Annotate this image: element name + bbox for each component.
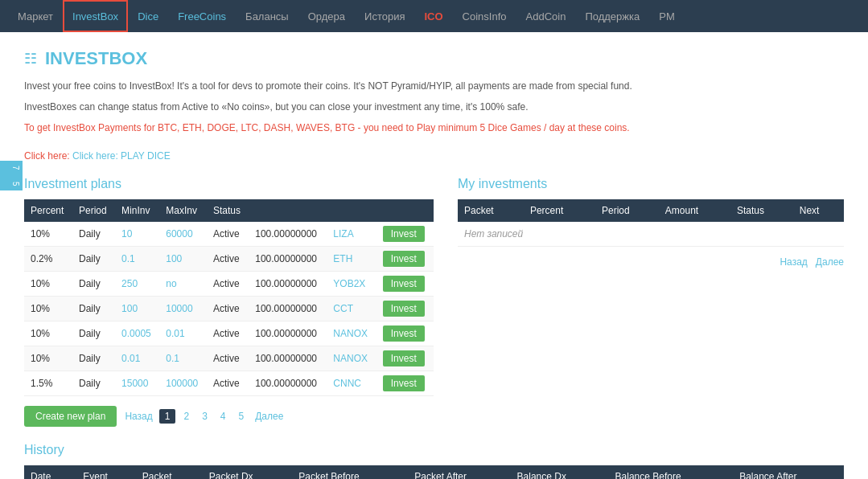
nav-pm[interactable]: PM (649, 0, 685, 32)
col-percent: Percent (24, 199, 72, 222)
col-maxinv: MaxInv (159, 199, 207, 222)
mi-col-packet: Packet (458, 199, 524, 222)
hist-col-balance-after: Balance After (733, 465, 844, 479)
page-title: INVESTBOX (45, 48, 147, 69)
plans-next[interactable]: Далее (252, 409, 286, 424)
my-investments-no-records-row: Нет записей (458, 222, 844, 247)
nav-coinsinfo[interactable]: CoinsInfo (453, 0, 516, 32)
cell-maxinv: no (159, 272, 207, 297)
cell-mininv: 0.01 (115, 346, 159, 371)
my-investments-next[interactable]: Далее (816, 256, 844, 268)
cell-coin: LIZA (327, 222, 376, 247)
nav-ordera[interactable]: Ордера (298, 0, 355, 32)
cell-invest-btn: Invest (376, 247, 434, 272)
mi-col-percent: Percent (524, 199, 595, 222)
plans-page-3[interactable]: 3 (197, 409, 212, 424)
history-header: Date Event Packet Packet Dx Packet Befor… (24, 465, 844, 479)
cell-maxinv: 100 (159, 247, 207, 272)
invest-button[interactable]: Invest (383, 226, 425, 242)
sidebar-btn-1[interactable]: 7 (0, 161, 23, 175)
col-status: Status (207, 199, 249, 222)
investment-plans-header: Percent Period MinInv MaxInv Status (24, 199, 434, 222)
plans-page-2[interactable]: 2 (179, 409, 194, 424)
cell-percent: 10% (24, 321, 72, 346)
main-content: ☷ INVESTBOX Invest your free coins to In… (0, 32, 868, 479)
warning-text: To get InvestBox Payments for BTC, ETH, … (24, 121, 844, 136)
invest-button[interactable]: Invest (383, 301, 425, 317)
hist-col-packet: Packet (136, 465, 203, 479)
cell-mininv: 250 (115, 272, 159, 297)
cell-maxinv: 0.01 (159, 321, 207, 346)
play-dice-link[interactable]: Click here: PLAY DICE (72, 150, 171, 162)
cell-coin: YOB2X (327, 272, 376, 297)
plans-page-nav: Назад 1 2 3 4 5 Далее (121, 409, 286, 424)
plans-page-5[interactable]: 5 (234, 409, 249, 424)
invest-button[interactable]: Invest (383, 276, 425, 292)
nav-podderzhka[interactable]: Поддержка (575, 0, 649, 32)
cell-coin: ETH (327, 247, 376, 272)
my-investments-header: Packet Percent Period Amount Status Next (458, 199, 844, 222)
nav-addcoin[interactable]: AddCoin (516, 0, 576, 32)
cell-status: Active (207, 371, 249, 396)
plans-pagination-left: Create new plan Назад 1 2 3 4 5 Далее (24, 406, 286, 427)
cell-invest-btn: Invest (376, 297, 434, 321)
nav-balansy[interactable]: Балансы (236, 0, 298, 32)
history-section: History Date Event Packet Packet Dx Pack… (24, 443, 844, 479)
my-investments-no-records: Нет записей (458, 222, 844, 247)
cell-status: Active (207, 222, 249, 247)
cell-period: Daily (72, 247, 115, 272)
nav-ico[interactable]: ICO (414, 0, 452, 32)
sidebar-indicator: 7 5 (0, 161, 23, 190)
my-investments-pagination-right: Назад Далее (780, 256, 844, 268)
investment-plans-section: Investment plans Percent Period MinInv M… (24, 177, 434, 427)
cell-invest-btn: Invest (376, 272, 434, 297)
cell-amount: 100.00000000 (249, 346, 327, 371)
hist-col-date: Date (24, 465, 76, 479)
invest-button[interactable]: Invest (383, 350, 425, 366)
my-investments-section: My investments Packet Percent Period Amo… (458, 177, 844, 427)
cell-amount: 100.00000000 (249, 247, 327, 272)
hist-col-event: Event (76, 465, 136, 479)
plans-page-4[interactable]: 4 (216, 409, 231, 424)
description-2: InvestBoxes can change status from Activ… (24, 100, 844, 114)
cell-maxinv: 10000 (159, 297, 207, 321)
cell-percent: 1.5% (24, 371, 72, 396)
cell-maxinv: 100000 (159, 371, 207, 396)
cell-coin: NANOX (327, 346, 376, 371)
cell-status: Active (207, 297, 249, 321)
nav-investbox[interactable]: InvestBox (63, 0, 128, 32)
invest-button[interactable]: Invest (383, 375, 425, 391)
invest-button[interactable]: Invest (383, 325, 425, 342)
cell-maxinv: 60000 (159, 222, 207, 247)
table-row: 1.5% Daily 15000 100000 Active 100.00000… (24, 371, 434, 396)
warning-text-2: Click here: Click here: PLAY DICE (24, 149, 844, 164)
cell-period: Daily (72, 297, 115, 321)
history-title: History (24, 443, 844, 457)
two-col-layout: Investment plans Percent Period MinInv M… (24, 177, 844, 427)
nav-market[interactable]: Маркет (8, 0, 63, 32)
cell-period: Daily (72, 222, 115, 247)
cell-invest-btn: Invest (376, 346, 434, 371)
description-1: Invest your free coins to InvestBox! It'… (24, 79, 844, 93)
plans-page-1[interactable]: 1 (159, 409, 176, 424)
cell-status: Active (207, 272, 249, 297)
cell-status: Active (207, 321, 249, 346)
my-investments-prev[interactable]: Назад (780, 256, 807, 268)
table-row: 10% Daily 0.0005 0.01 Active 100.0000000… (24, 321, 434, 346)
hist-col-balance-before: Balance Before (609, 465, 734, 479)
cell-percent: 10% (24, 222, 72, 247)
nav-istoriya[interactable]: История (355, 0, 414, 32)
col-period: Period (72, 199, 115, 222)
cell-coin: NANOX (327, 321, 376, 346)
cell-period: Daily (72, 321, 115, 346)
plans-prev[interactable]: Назад (121, 409, 155, 424)
create-new-plan-button[interactable]: Create new plan (24, 406, 117, 427)
nav-freecoins[interactable]: FreeCoins (168, 0, 236, 32)
mi-col-period: Period (595, 199, 659, 222)
invest-button[interactable]: Invest (383, 251, 425, 267)
my-investments-pagination: Назад Далее (458, 256, 844, 268)
cell-mininv: 15000 (115, 371, 159, 396)
col-coin-blank (327, 199, 376, 222)
sidebar-btn-2[interactable]: 5 (0, 177, 23, 191)
nav-dice[interactable]: Dice (128, 0, 168, 32)
